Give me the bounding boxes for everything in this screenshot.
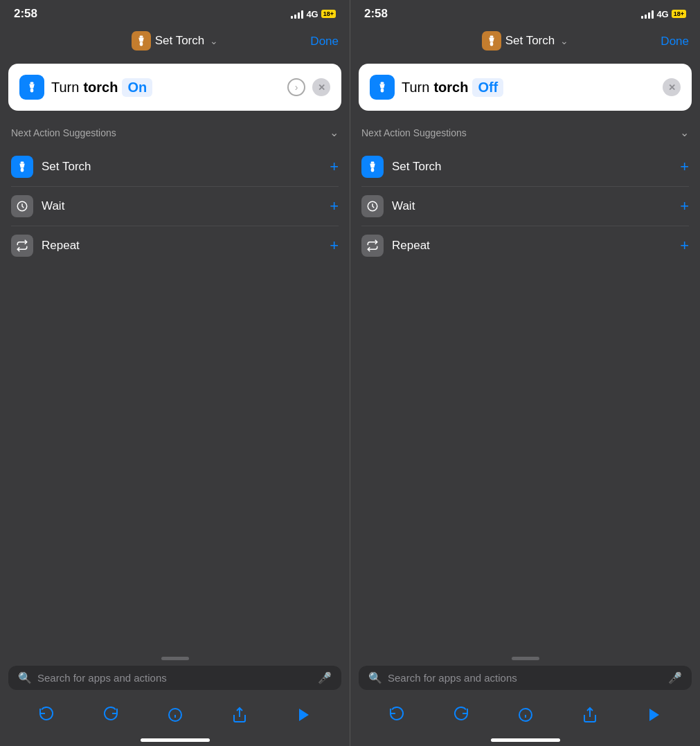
suggestions-collapse-icon[interactable]: ⌄ — [330, 126, 339, 139]
drag-indicator[interactable] — [350, 651, 700, 663]
bottom-area: 🔍 Search for apps and actions 🎤 — [0, 651, 350, 746]
suggestion-icon-torch — [361, 156, 384, 178]
svg-rect-17 — [371, 168, 375, 172]
nav-chevron-icon[interactable]: ⌄ — [210, 35, 218, 46]
signal-bar-4 — [301, 10, 303, 19]
action-close-button[interactable]: ✕ — [663, 78, 681, 96]
nav-title: Set Torch ⌄ — [132, 31, 219, 51]
svg-rect-15 — [381, 89, 384, 93]
panel-right: 2:58 4G 18+ Set Torch ⌄ Done — [350, 0, 700, 746]
suggestion-item-1[interactable]: Wait + — [361, 187, 689, 226]
suggestion-label-2: Repeat — [392, 239, 680, 253]
svg-marker-23 — [649, 709, 659, 721]
signal-bar-2 — [645, 15, 647, 19]
suggestion-icon-repeat — [11, 235, 33, 257]
toolbar-redo-button[interactable] — [446, 700, 476, 730]
action-card[interactable]: Turn torch On › ✕ — [8, 64, 341, 111]
toolbar — [350, 695, 700, 736]
suggestion-label-1: Wait — [392, 199, 680, 213]
svg-rect-16 — [371, 162, 375, 164]
drag-indicator[interactable] — [0, 651, 350, 663]
toolbar-info-button[interactable] — [510, 700, 541, 730]
action-text: Turn torch On — [51, 78, 280, 97]
search-icon: 🔍 — [368, 671, 382, 684]
home-indicator — [0, 736, 350, 746]
suggestion-add-button-1[interactable]: + — [330, 199, 339, 214]
signal-bar-3 — [298, 12, 300, 19]
toolbar-undo-button[interactable] — [31, 700, 62, 730]
suggestion-icon-wait — [11, 195, 33, 217]
suggestion-item-2[interactable]: Repeat + — [11, 226, 339, 265]
toolbar-info-button[interactable] — [160, 700, 190, 730]
suggestions-title: Next Action Suggestions — [361, 127, 467, 138]
suggestion-item-0[interactable]: Set Torch + — [11, 147, 339, 187]
action-card[interactable]: Turn torch Off ✕ — [359, 64, 692, 111]
signal-bar-1 — [641, 16, 643, 19]
action-state-label[interactable]: Off — [472, 78, 503, 97]
search-bar[interactable]: 🔍 Search for apps and actions 🎤 — [8, 666, 341, 690]
toolbar-play-button[interactable] — [639, 700, 670, 730]
mic-icon[interactable]: 🎤 — [668, 671, 682, 684]
nav-bar: Set Torch ⌄ Done — [0, 25, 350, 58]
svg-rect-13 — [490, 42, 493, 46]
status-icons: 4G 18+ — [641, 9, 686, 19]
suggestion-item-0[interactable]: Set Torch + — [361, 147, 689, 187]
nav-done-button[interactable]: Done — [310, 35, 339, 48]
action-text: Turn torch Off — [402, 78, 656, 97]
suggestion-icon-wait — [361, 195, 384, 217]
nav-chevron-icon[interactable]: ⌄ — [560, 35, 568, 46]
panel-left: 2:58 4G 18+ Set Torch ⌄ Done — [0, 0, 350, 746]
search-bar[interactable]: 🔍 Search for apps and actions 🎤 — [359, 666, 692, 690]
nav-icon — [482, 31, 501, 51]
signal-bar-4 — [652, 10, 654, 19]
age-badge: 18+ — [321, 10, 336, 18]
suggestion-add-button-0[interactable]: + — [680, 159, 689, 174]
nav-title-text: Set Torch — [505, 34, 555, 48]
suggestion-add-button-1[interactable]: + — [680, 199, 689, 214]
suggestion-item-2[interactable]: Repeat + — [361, 226, 689, 265]
svg-rect-5 — [21, 168, 24, 172]
suggestion-icon-repeat — [361, 235, 384, 257]
action-turn-label: Turn — [402, 80, 429, 95]
signal-bar-3 — [648, 12, 650, 19]
mic-icon[interactable]: 🎤 — [318, 671, 332, 684]
search-placeholder: Search for apps and actions — [37, 672, 312, 684]
drag-pill — [161, 657, 189, 660]
suggestion-add-button-2[interactable]: + — [680, 238, 689, 253]
home-indicator — [350, 736, 700, 746]
svg-rect-14 — [381, 82, 384, 84]
toolbar-undo-button[interactable] — [382, 700, 412, 730]
drag-pill — [512, 657, 539, 660]
action-turn-label: Turn — [51, 80, 79, 95]
toolbar — [0, 695, 350, 736]
action-arrow-icon[interactable]: › — [287, 78, 305, 96]
suggestions-title: Next Action Suggestions — [11, 127, 116, 138]
toolbar-share-button[interactable] — [575, 700, 605, 730]
status-4g: 4G — [656, 9, 668, 19]
suggestion-add-button-2[interactable]: + — [330, 238, 339, 253]
svg-rect-2 — [30, 82, 34, 84]
action-state-label[interactable]: On — [122, 78, 152, 97]
svg-rect-4 — [21, 162, 24, 164]
svg-rect-1 — [139, 42, 143, 46]
signal-bar-1 — [291, 16, 293, 19]
home-bar — [141, 738, 210, 742]
suggestions-collapse-icon[interactable]: ⌄ — [680, 126, 689, 139]
suggestions-header: Next Action Suggestions ⌄ — [361, 126, 689, 139]
nav-bar: Set Torch ⌄ Done — [350, 25, 700, 58]
suggestions-section: Next Action Suggestions ⌄ Set Torch + Wa… — [0, 116, 350, 269]
toolbar-share-button[interactable] — [224, 700, 255, 730]
status-bar: 2:58 4G 18+ — [350, 0, 700, 25]
status-4g: 4G — [306, 9, 318, 19]
toolbar-play-button[interactable] — [289, 700, 319, 730]
action-close-button[interactable]: ✕ — [312, 78, 330, 96]
svg-marker-11 — [299, 709, 309, 721]
suggestion-label-0: Set Torch — [42, 160, 330, 174]
suggestion-item-1[interactable]: Wait + — [11, 187, 339, 226]
home-bar — [491, 738, 560, 742]
suggestion-add-button-0[interactable]: + — [330, 159, 339, 174]
suggestion-label-0: Set Torch — [392, 160, 680, 174]
suggestions-section: Next Action Suggestions ⌄ Set Torch + Wa… — [350, 116, 700, 269]
toolbar-redo-button[interactable] — [96, 700, 126, 730]
nav-done-button[interactable]: Done — [661, 35, 689, 48]
